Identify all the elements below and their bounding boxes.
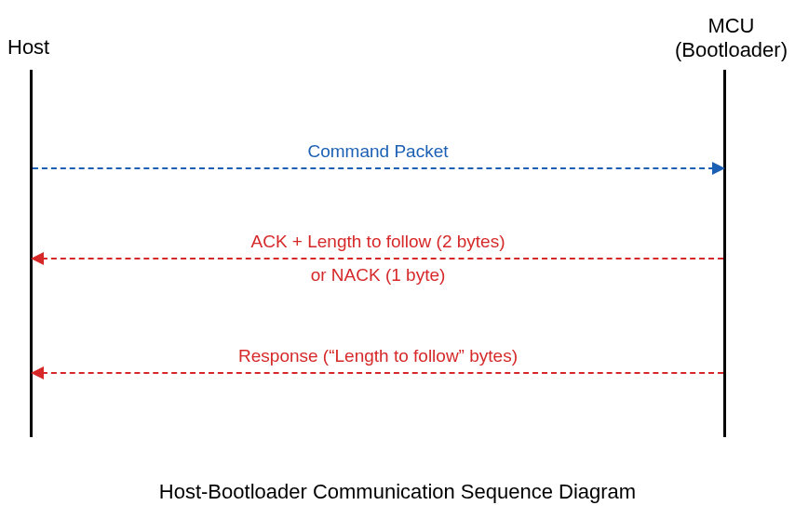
message-command-packet-label: Command Packet — [33, 141, 723, 162]
message-response-line — [33, 372, 723, 374]
message-response: Response (“Length to follow” bytes) — [33, 372, 723, 374]
message-nack-label: or NACK (1 byte) — [33, 265, 723, 286]
lifeline-mcu — [723, 70, 726, 437]
message-ack-label: ACK + Length to follow (2 bytes) — [33, 232, 723, 252]
message-command-packet-line — [33, 167, 723, 169]
arrow-right-icon — [712, 162, 725, 175]
actor-host-label: Host — [7, 35, 49, 60]
actor-mcu-line1: MCU — [675, 14, 788, 38]
actor-mcu-line2: (Bootloader) — [675, 38, 788, 62]
diagram-caption: Host-Bootloader Communication Sequence D… — [0, 480, 795, 504]
arrow-left-icon — [31, 366, 44, 379]
actor-mcu-label: MCU (Bootloader) — [675, 14, 788, 62]
message-response-label: Response (“Length to follow” bytes) — [33, 346, 723, 366]
message-command-packet: Command Packet — [33, 167, 723, 169]
message-ack-line — [33, 258, 723, 259]
arrow-left-icon — [31, 252, 44, 265]
message-ack-nack: ACK + Length to follow (2 bytes) or NACK… — [33, 258, 723, 259]
sequence-diagram: Host MCU (Bootloader) Command Packet ACK… — [0, 0, 795, 532]
